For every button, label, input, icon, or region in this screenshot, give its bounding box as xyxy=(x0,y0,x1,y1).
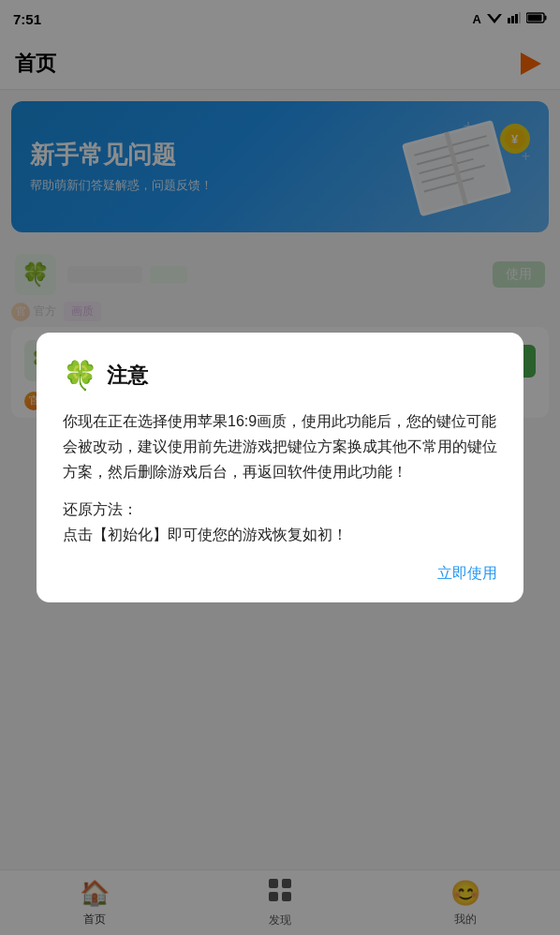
dialog-title: 注意 xyxy=(107,362,148,390)
dialog-body-para1: 你现在正在选择使用苹果16:9画质，使用此功能后，您的键位可能会被改动，建议使用… xyxy=(63,408,497,485)
dialog-overlay[interactable]: 🍀 注意 你现在正在选择使用苹果16:9画质，使用此功能后，您的键位可能会被改动… xyxy=(0,0,560,935)
dialog-body: 你现在正在选择使用苹果16:9画质，使用此功能后，您的键位可能会被改动，建议使用… xyxy=(63,408,497,547)
dialog-confirm-button[interactable]: 立即使用 xyxy=(437,564,497,584)
dialog-header: 🍀 注意 xyxy=(63,359,497,392)
dialog-footer: 立即使用 xyxy=(63,564,497,584)
dialog-body-para2: 还原方法：点击【初始化】即可使您的游戏恢复如初！ xyxy=(63,497,497,547)
dialog: 🍀 注意 你现在正在选择使用苹果16:9画质，使用此功能后，您的键位可能会被改动… xyxy=(37,333,523,602)
dialog-icon: 🍀 xyxy=(63,359,97,392)
